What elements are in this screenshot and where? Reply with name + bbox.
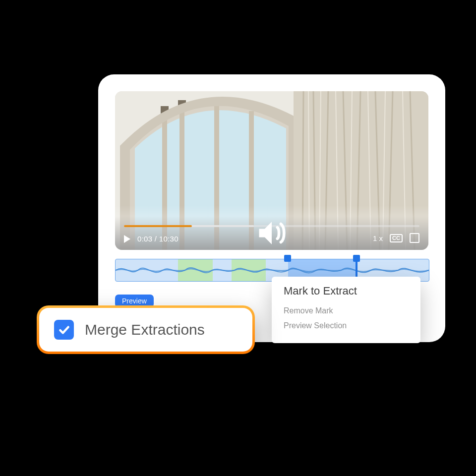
merge-extractions-checkbox[interactable] <box>54 320 74 340</box>
merge-extractions-option: Merge Extractions <box>37 305 255 354</box>
volume-icon[interactable] <box>115 216 428 250</box>
context-menu-remove-mark[interactable]: Remove Mark <box>284 303 409 318</box>
context-menu-preview-selection[interactable]: Preview Selection <box>284 318 409 333</box>
video-controls: 0:03 / 10:30 1 x CC <box>115 216 428 250</box>
video-preview[interactable]: 0:03 / 10:30 1 x CC <box>115 91 428 250</box>
check-icon <box>58 323 70 336</box>
context-menu: Mark to Extract Remove Mark Preview Sele… <box>272 277 420 343</box>
merge-extractions-label: Merge Extractions <box>85 321 205 338</box>
context-menu-title[interactable]: Mark to Extract <box>284 285 409 298</box>
selection-start-handle[interactable] <box>284 255 291 262</box>
fullscreen-icon[interactable] <box>410 233 419 243</box>
